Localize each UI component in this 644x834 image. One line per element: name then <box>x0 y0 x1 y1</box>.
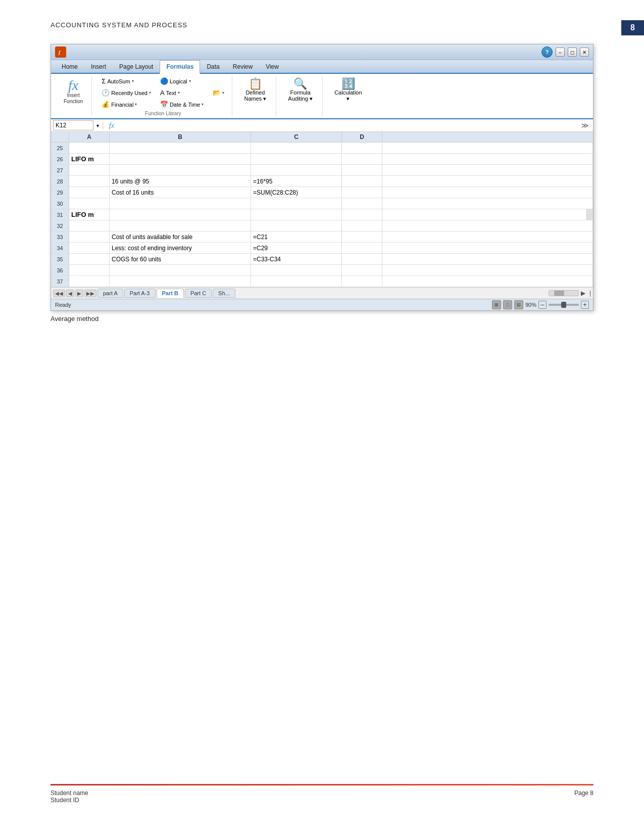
sheet-nav-next[interactable]: ▶ <box>75 290 83 297</box>
formula-bar-fx[interactable]: fx <box>106 121 118 130</box>
view-page-layout-btn[interactable]: □ <box>503 300 512 309</box>
cell-d29[interactable] <box>342 187 382 198</box>
cell-c32[interactable] <box>251 220 342 231</box>
tab-view[interactable]: View <box>259 60 285 73</box>
horizontal-scrollbar[interactable] <box>549 290 579 296</box>
sheet-tab-sh[interactable]: Sh... <box>213 289 235 298</box>
cell-d26[interactable] <box>342 154 382 164</box>
tab-insert[interactable]: Insert <box>84 60 113 73</box>
cell-c25[interactable] <box>251 143 342 153</box>
formula-auditing-label: FormulaAuditing ▾ <box>288 89 313 102</box>
cell-b35[interactable]: COGS for 60 units <box>110 254 251 264</box>
cell-c36[interactable] <box>251 265 342 275</box>
cell-a30[interactable] <box>69 198 110 209</box>
name-box-dropdown[interactable]: ▾ <box>95 123 100 128</box>
sheet-tab-part-b[interactable]: Part B <box>157 289 184 298</box>
tab-formulas[interactable]: Formulas <box>160 60 200 74</box>
cell-b30[interactable] <box>110 198 251 209</box>
cell-b32[interactable] <box>110 220 251 231</box>
cell-d35[interactable] <box>342 254 382 264</box>
autosum-button[interactable]: Σ AutoSum ▾ <box>98 76 155 86</box>
sheet-nav-last[interactable]: ▶▶ <box>84 290 96 297</box>
cell-b37[interactable] <box>110 276 251 287</box>
view-normal-btn[interactable]: ⊞ <box>492 300 501 309</box>
cell-c35[interactable]: =C33-C34 <box>251 254 342 264</box>
cell-c29[interactable]: =SUM(C28:C28) <box>251 187 342 198</box>
cell-c33[interactable]: =C21 <box>251 231 342 242</box>
cell-d31[interactable] <box>342 209 382 220</box>
cell-c28[interactable]: =16*95 <box>251 176 342 187</box>
sheet-tab-part-a[interactable]: part A <box>97 289 123 298</box>
recently-used-button[interactable]: 🕐 Recently Used ▾ <box>98 87 155 98</box>
cell-d27[interactable] <box>342 165 382 175</box>
date-time-button[interactable]: 📅 Date & Time ▾ <box>157 99 208 110</box>
tab-page-layout[interactable]: Page Layout <box>113 60 160 73</box>
financial-button[interactable]: 💰 Financial ▾ <box>98 99 155 110</box>
cell-b29[interactable]: Cost of 16 units <box>110 187 251 198</box>
cell-d25[interactable] <box>342 143 382 153</box>
text-button[interactable]: A Text ▾ <box>157 87 208 98</box>
cell-a27[interactable] <box>69 165 110 175</box>
tab-review[interactable]: Review <box>226 60 259 73</box>
scroll-lock-btn[interactable]: | <box>589 290 591 297</box>
cell-a33[interactable] <box>69 231 110 242</box>
zoom-minus-button[interactable]: – <box>538 301 547 309</box>
cell-b36[interactable] <box>110 265 251 275</box>
cell-b25[interactable] <box>110 143 251 153</box>
zoom-plus-button[interactable]: + <box>581 301 589 309</box>
cell-c37[interactable] <box>251 276 342 287</box>
tab-data[interactable]: Data <box>200 60 226 73</box>
sheet-nav-prev[interactable]: ◀ <box>66 290 74 297</box>
cell-a34[interactable] <box>69 243 110 253</box>
cell-c34[interactable]: =C29 <box>251 243 342 253</box>
cell-a25[interactable] <box>69 143 110 153</box>
cell-b26[interactable] <box>110 154 251 164</box>
cell-c31[interactable] <box>251 209 342 220</box>
cell-b33[interactable]: Cost of units available for sale <box>110 231 251 242</box>
scroll-right-btn[interactable]: ▶ <box>581 290 585 297</box>
cell-c27[interactable] <box>251 165 342 175</box>
cell-b31[interactable] <box>110 209 251 220</box>
insert-function-button[interactable]: fx InsertFunction <box>59 76 87 107</box>
cell-d28[interactable] <box>342 176 382 187</box>
minimize-button[interactable]: – <box>556 48 565 57</box>
cell-c26[interactable] <box>251 154 342 164</box>
cell-a31[interactable]: LIFO m <box>69 209 110 220</box>
cell-a29[interactable] <box>69 187 110 198</box>
sheet-nav-first[interactable]: ◀◀ <box>53 290 65 297</box>
help-button[interactable]: ? <box>541 47 553 58</box>
cell-b34[interactable]: Less: cost of ending inventory <box>110 243 251 253</box>
close-button[interactable]: ✕ <box>580 48 589 57</box>
cell-a32[interactable] <box>69 220 110 231</box>
cell-a35[interactable] <box>69 254 110 264</box>
cell-d34[interactable] <box>342 243 382 253</box>
cell-a36[interactable] <box>69 265 110 275</box>
more-functions-button[interactable]: 📂 ▾ <box>209 87 228 98</box>
tab-home[interactable]: Home <box>55 60 84 73</box>
cell-d37[interactable] <box>342 276 382 287</box>
cell-d32[interactable] <box>342 220 382 231</box>
calculation-button[interactable]: 🔢 Calculation▾ <box>329 76 367 105</box>
cell-c30[interactable] <box>251 198 342 209</box>
table-row: 33 Cost of units available for sale =C21 <box>51 231 593 243</box>
formula-auditing-button[interactable]: 🔍 FormulaAuditing ▾ <box>282 76 318 105</box>
cell-b28[interactable]: 16 units @ 95 <box>110 176 251 187</box>
cell-a26[interactable]: LIFO m <box>69 154 110 164</box>
sheet-tab-part-c[interactable]: Part C <box>185 289 212 298</box>
cell-a37[interactable] <box>69 276 110 287</box>
zoom-slider[interactable] <box>549 304 579 306</box>
cell-b27[interactable] <box>110 165 251 175</box>
restore-button[interactable]: ◻ <box>568 48 577 57</box>
sheet-tab-part-a3[interactable]: Part A-3 <box>124 289 156 298</box>
name-box[interactable] <box>53 120 93 130</box>
defined-names-button[interactable]: 📋 DefinedNames ▾ <box>238 76 272 105</box>
logical-button[interactable]: 🔵 Logical ▾ <box>157 76 208 86</box>
excel-window: f ? – ◻ ✕ Home Insert Page Layout Formul… <box>51 44 593 311</box>
cell-d30[interactable] <box>342 198 382 209</box>
cell-a28[interactable] <box>69 176 110 187</box>
table-row: 37 <box>51 276 593 287</box>
view-page-break-btn[interactable]: ⊟ <box>514 300 523 309</box>
cell-d33[interactable] <box>342 231 382 242</box>
cell-d36[interactable] <box>342 265 382 275</box>
formula-input[interactable] <box>119 121 577 130</box>
